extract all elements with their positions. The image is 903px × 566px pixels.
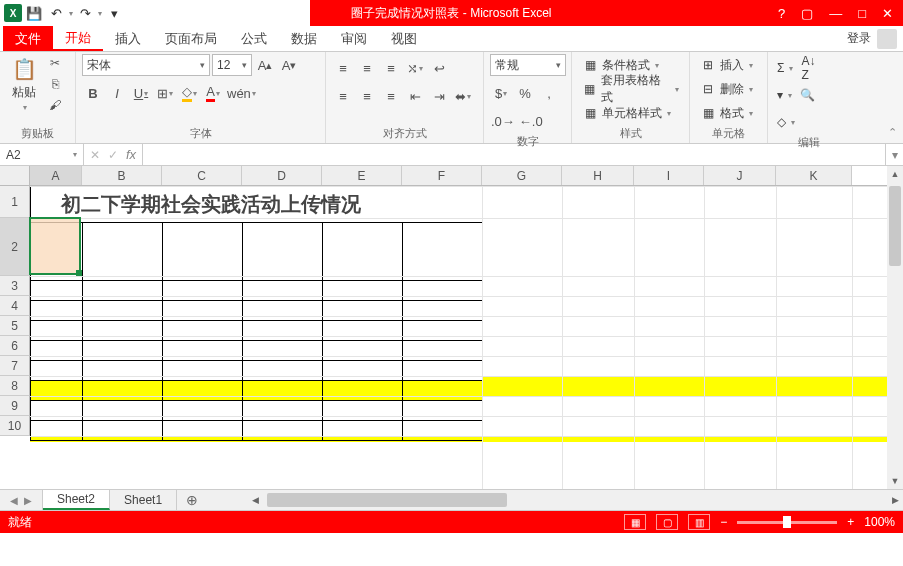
row-header[interactable]: 5 [0, 316, 30, 336]
column-header[interactable]: J [704, 166, 776, 185]
expand-formula-bar-icon[interactable]: ▾ [885, 144, 903, 165]
increase-font-button[interactable]: A▴ [254, 54, 276, 76]
format-painter-button[interactable]: 🖌 [45, 96, 65, 114]
cell[interactable] [323, 401, 403, 421]
merge-center-button[interactable]: ⬌▾ [452, 85, 474, 107]
login-link[interactable]: 登录 [847, 30, 871, 47]
fill-handle[interactable] [76, 270, 82, 276]
column-header[interactable]: F [402, 166, 482, 185]
column-header[interactable]: B [82, 166, 162, 185]
scroll-up-icon[interactable]: ▲ [887, 166, 903, 182]
collapse-ribbon-icon[interactable]: ⌃ [888, 126, 897, 139]
accounting-format-button[interactable]: $▾ [490, 82, 512, 104]
column-header[interactable]: E [322, 166, 402, 185]
cell-grid[interactable]: 初二下学期社会实践活动上传情况 [30, 186, 887, 489]
minimize-button[interactable]: — [829, 6, 842, 21]
cell[interactable] [243, 301, 323, 321]
decrease-indent-button[interactable]: ⇤ [404, 85, 426, 107]
scroll-right-icon[interactable]: ▶ [887, 490, 903, 510]
cell[interactable] [83, 361, 163, 381]
customize-qat-icon[interactable]: ▾ [104, 3, 124, 23]
autosum-button[interactable]: Σ▾ [774, 57, 796, 79]
cell[interactable] [243, 401, 323, 421]
font-size-combo[interactable]: 12▾ [212, 54, 252, 76]
percent-button[interactable]: % [514, 82, 536, 104]
row-header[interactable]: 4 [0, 296, 30, 316]
wrap-text-button[interactable]: ↩ [428, 57, 450, 79]
tab-view[interactable]: 视图 [379, 26, 429, 51]
cell[interactable] [31, 361, 83, 381]
align-bottom-button[interactable]: ≡ [380, 57, 402, 79]
sheet-tab[interactable]: Sheet2 [43, 490, 110, 510]
format-cells-button[interactable]: ▦格式▾ [696, 102, 757, 124]
undo-button[interactable]: ↶ [46, 3, 66, 23]
undo-dropdown-icon[interactable]: ▾ [69, 9, 73, 18]
align-right-button[interactable]: ≡ [380, 85, 402, 107]
delete-cells-button[interactable]: ⊟删除▾ [696, 78, 757, 100]
page-layout-view-button[interactable]: ▢ [656, 514, 678, 530]
tab-page-layout[interactable]: 页面布局 [153, 26, 229, 51]
row-header[interactable]: 10 [0, 416, 30, 436]
phonetic-button[interactable]: wén▾ [226, 82, 257, 104]
cut-button[interactable]: ✂ [45, 54, 65, 72]
cell[interactable] [403, 361, 483, 381]
number-format-combo[interactable]: 常规▾ [490, 54, 566, 76]
name-box[interactable]: A2▾ [0, 144, 84, 165]
scrollbar-thumb[interactable] [889, 186, 901, 266]
column-header[interactable]: C [162, 166, 242, 185]
cell[interactable] [83, 223, 163, 281]
tab-file[interactable]: 文件 [3, 26, 53, 51]
tab-data[interactable]: 数据 [279, 26, 329, 51]
align-center-button[interactable]: ≡ [356, 85, 378, 107]
cell-styles-button[interactable]: ▦单元格样式▾ [578, 102, 675, 124]
cell[interactable] [83, 301, 163, 321]
page-break-view-button[interactable]: ▥ [688, 514, 710, 530]
cell[interactable] [403, 341, 483, 361]
decrease-font-button[interactable]: A▾ [278, 54, 300, 76]
user-avatar-icon[interactable] [877, 29, 897, 49]
cell[interactable] [243, 321, 323, 341]
row-header[interactable]: 7 [0, 356, 30, 376]
paste-button[interactable]: 📋 粘贴 ▾ [6, 54, 42, 114]
cell[interactable] [31, 421, 83, 441]
sheet-tab[interactable]: Sheet1 [110, 490, 177, 510]
cell[interactable] [323, 421, 403, 441]
normal-view-button[interactable]: ▦ [624, 514, 646, 530]
cancel-formula-icon[interactable]: ✕ [90, 148, 100, 162]
cell[interactable] [243, 281, 323, 301]
format-table-button[interactable]: ▦套用表格格式▾ [578, 78, 683, 100]
save-button[interactable]: 💾 [24, 3, 44, 23]
cell[interactable] [163, 281, 243, 301]
close-button[interactable]: ✕ [882, 6, 893, 21]
fill-color-button[interactable]: ◇▾ [178, 82, 200, 104]
cell[interactable] [403, 401, 483, 421]
cell[interactable] [323, 361, 403, 381]
cell[interactable] [323, 223, 403, 281]
cell[interactable] [83, 401, 163, 421]
select-all-corner[interactable] [0, 166, 30, 186]
scrollbar-thumb[interactable] [267, 493, 507, 507]
cell[interactable] [31, 381, 83, 401]
cell[interactable] [31, 321, 83, 341]
cell[interactable] [83, 381, 163, 401]
insert-cells-button[interactable]: ⊞插入▾ [696, 54, 757, 76]
cell[interactable] [163, 301, 243, 321]
tab-insert[interactable]: 插入 [103, 26, 153, 51]
cell[interactable] [323, 321, 403, 341]
cell[interactable] [243, 361, 323, 381]
cell[interactable] [403, 421, 483, 441]
orientation-button[interactable]: ⤭▾ [404, 57, 426, 79]
cell[interactable] [31, 401, 83, 421]
scroll-down-icon[interactable]: ▼ [887, 473, 903, 489]
zoom-out-button[interactable]: − [720, 515, 727, 529]
fx-icon[interactable]: fx [126, 147, 136, 162]
cell[interactable] [31, 281, 83, 301]
horizontal-scrollbar[interactable]: ◀ ▶ [247, 490, 903, 510]
cell[interactable] [243, 341, 323, 361]
bold-button[interactable]: B [82, 82, 104, 104]
cell[interactable] [83, 341, 163, 361]
zoom-level[interactable]: 100% [864, 515, 895, 529]
zoom-in-button[interactable]: + [847, 515, 854, 529]
font-name-combo[interactable]: 宋体▾ [82, 54, 210, 76]
column-header[interactable]: I [634, 166, 704, 185]
